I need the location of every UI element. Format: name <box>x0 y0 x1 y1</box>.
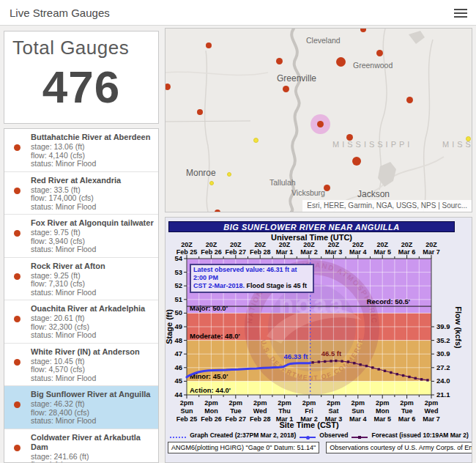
record-label: Record: 50.5' <box>367 297 410 305</box>
svg-text:48: 48 <box>174 336 182 344</box>
map-gauge-dot[interactable] <box>215 210 220 212</box>
map-gauge-dot[interactable] <box>253 138 259 143</box>
svg-text:2pm: 2pm <box>278 399 291 407</box>
svg-text:noaa: noaa <box>278 290 345 318</box>
gauge-name: Ouachita River at Arkadelphia <box>31 304 155 314</box>
map-gauge-dot[interactable] <box>376 50 383 56</box>
svg-text:20Z: 20Z <box>230 241 242 248</box>
map-gauge-dot[interactable] <box>352 157 361 166</box>
legend-graph-created-label: Graph Created (2:37PM Mar 2, 2018) <box>190 431 296 439</box>
svg-text:51: 51 <box>174 295 182 303</box>
svg-text:30.9: 30.9 <box>436 349 450 358</box>
svg-text:35.2: 35.2 <box>436 336 450 344</box>
svg-text:47: 47 <box>174 349 182 358</box>
stage-axis: 4445464748495051525354 <box>174 254 187 399</box>
gauge-name: Fox River at Algonquin tailwater <box>31 218 155 228</box>
map-gauge-dot[interactable] <box>209 181 214 185</box>
flow-axis: 39.935.230.927.224.021.1 <box>431 322 450 399</box>
svg-text:Sun: Sun <box>181 407 193 415</box>
svg-text:2pm: 2pm <box>229 399 243 407</box>
chart-bottom-axis-title: Site Time (CST) <box>187 421 431 429</box>
gauge-list-item[interactable]: Big Sunflower River at Anguillastage: 46… <box>4 386 158 429</box>
map-gauge-dot[interactable] <box>283 86 289 92</box>
gauge-status-dot-icon <box>14 273 21 280</box>
gauge-status: status: Minor Flood <box>31 203 155 212</box>
gauge-flow: flow: 174,000 (cfs) <box>31 194 155 203</box>
legend-observed-sample <box>300 437 316 438</box>
map-place-label: MISSISSIPPI <box>332 140 412 149</box>
gauge-list[interactable]: Buttahatchie River at Aberdeenstage: 13.… <box>4 128 159 463</box>
svg-text:Sun: Sun <box>352 407 364 415</box>
gauge-list-item[interactable]: White River (IN) at Andersonstage: 10.45… <box>4 344 158 387</box>
chart-legend: Graph Created (2:37PM Mar 2, 2018) Obser… <box>166 431 472 439</box>
svg-text:2pm: 2pm <box>302 399 316 407</box>
svg-text:Tue: Tue <box>401 407 412 415</box>
svg-text:44: 44 <box>174 390 182 399</box>
map-gauge-dot[interactable] <box>406 97 413 103</box>
svg-text:Feb 27: Feb 27 <box>226 248 247 256</box>
map-place-label: Tallulah <box>269 178 296 187</box>
gauge-list-item[interactable]: Ouachita River at Arkadelphiastage: 20.6… <box>4 300 158 344</box>
annotation-line2-date: CST 2-Mar-2018. <box>193 282 245 289</box>
top-axis: 20ZFeb 2520ZFeb 2620ZFeb 2720ZFeb 2820ZM… <box>176 241 440 259</box>
gauge-status-dot-icon <box>14 445 21 451</box>
svg-text:2pm: 2pm <box>204 399 218 407</box>
svg-text:2pm: 2pm <box>352 399 365 407</box>
gauge-name: White River (IN) at Anderson <box>31 347 155 357</box>
svg-text:20Z: 20Z <box>279 241 291 248</box>
map-place-label: Greenville <box>277 73 316 84</box>
gauge-status-dot-icon <box>14 401 21 408</box>
svg-text:20Z: 20Z <box>254 241 266 248</box>
map-gauge-dot[interactable] <box>227 172 231 177</box>
map-place-label: Monroe <box>186 168 216 178</box>
gauge-name: Big Sunflower River at Anguilla <box>31 390 155 399</box>
svg-text:Mar 1: Mar 1 <box>276 248 294 256</box>
svg-text:Mar 4: Mar 4 <box>349 248 367 256</box>
hydrograph-panel: BIG SUNFLOWER RIVER NEAR ANGUILLA Univer… <box>165 217 472 463</box>
annotation-flood-stage: Flood Stage is 45 ft <box>245 282 307 289</box>
svg-text:Mar 6: Mar 6 <box>398 248 416 256</box>
svg-text:Wed: Wed <box>253 407 267 415</box>
legend-observed-label: Observed <box>319 431 348 439</box>
gauge-status: status: Minor Flood <box>31 245 155 254</box>
svg-text:20Z: 20Z <box>181 241 193 248</box>
svg-text:Feb 26: Feb 26 <box>201 248 222 256</box>
svg-text:2pm: 2pm <box>253 399 267 407</box>
gauge-status: status: Minor Flood <box>31 289 155 297</box>
gauge-list-item[interactable]: Coldwater River at Arkabutla Damstage: 2… <box>4 429 158 463</box>
svg-text:39.9: 39.9 <box>436 322 450 330</box>
svg-text:20Z: 20Z <box>328 241 340 248</box>
svg-text:2pm: 2pm <box>400 399 414 407</box>
gauge-stage: stage: 46.32 (ft) <box>31 400 155 409</box>
gauge-name: Rock River at Afton <box>31 262 155 271</box>
map-gauge-dot[interactable] <box>317 121 324 127</box>
map-gauge-dot[interactable] <box>336 57 346 67</box>
bottom-axis: 2pmSunFeb 252pmMonFeb 262pmTueFeb 272pmW… <box>176 395 440 423</box>
map-gauge-dot[interactable] <box>165 84 171 90</box>
legend-forecast-label: Forecast (issued 10:19AM Mar 2) <box>371 431 468 439</box>
gauge-list-item[interactable]: Fox River at Algonquin tailwaterstage: 9… <box>4 215 158 258</box>
annotation-line1: Latest observed value: 46.31 ft at 2:00 … <box>193 266 297 281</box>
svg-text:Mon: Mon <box>204 407 218 415</box>
gage-datum-box: ANGM6(plotting HGIRG) "Gage 0" Datum: 51… <box>168 442 319 453</box>
svg-text:Thu: Thu <box>278 407 291 415</box>
svg-text:20Z: 20Z <box>425 241 437 248</box>
map-gauge-dot[interactable] <box>276 58 283 64</box>
svg-text:Mar 5: Mar 5 <box>373 248 391 256</box>
svg-text:52: 52 <box>174 281 182 289</box>
map[interactable]: Esri, HERE, Garmin, NGA, USGS, NPS | Sou… <box>165 28 472 212</box>
svg-text:Mar 2: Mar 2 <box>300 248 318 256</box>
gauge-list-item[interactable]: Rock River at Aftonstage: 9.25 (ft)flow:… <box>4 258 158 301</box>
gauge-list-item[interactable]: Buttahatchie River at Aberdeenstage: 13.… <box>4 129 158 172</box>
map-gauge-dot[interactable] <box>197 109 203 115</box>
gauge-name: Coldwater River at Arkabutla Dam <box>31 433 155 452</box>
gauge-list-item[interactable]: Red River at Alexandriastage: 33.5 (ft)f… <box>4 172 158 215</box>
hamburger-menu-icon[interactable] <box>454 7 467 18</box>
gauge-stage: stage: 20.61 (ft) <box>31 314 155 323</box>
map-gauge-dot[interactable] <box>206 42 212 48</box>
map-place-label: Jackson <box>357 189 390 199</box>
forecast-peak-label: 46.5 ft <box>321 349 342 358</box>
gauge-status-dot-icon <box>14 230 21 237</box>
gauge-status-dot-icon <box>14 316 21 322</box>
gauge-status: status: Minor Flood <box>31 331 155 340</box>
